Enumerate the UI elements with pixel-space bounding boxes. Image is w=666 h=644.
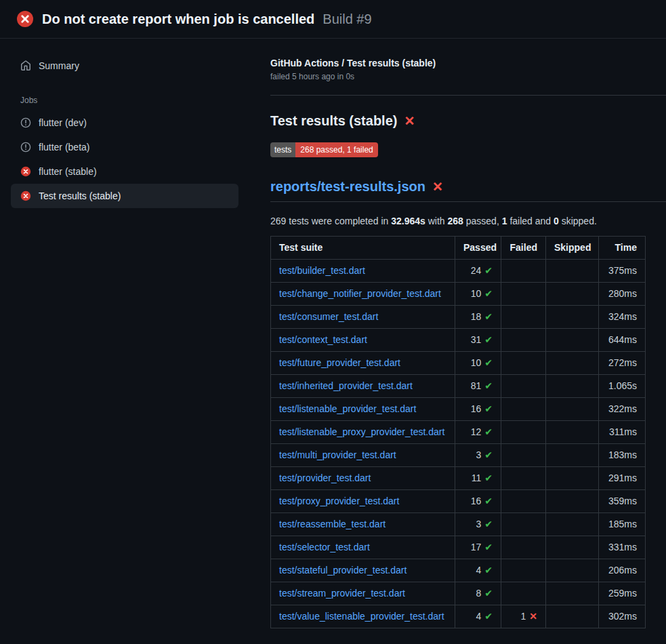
sidebar-item-label: Summary [39, 60, 79, 71]
sidebar-item-test-results-stable[interactable]: Test results (stable) [11, 184, 238, 208]
check-icon: ✔ [484, 496, 493, 506]
build-number: Build #9 [322, 12, 371, 27]
test-suite-cell: test/listenable_provider_test.dart [271, 398, 455, 421]
test-results-tbody: test/builder_test.dart24✔375mstest/chang… [271, 260, 646, 628]
skipped-cell [546, 467, 599, 490]
sidebar-item-flutter-stable[interactable]: flutter (stable) [11, 159, 238, 184]
cross-icon: ✕ [529, 611, 537, 622]
failed-cell [501, 283, 546, 306]
test-suite-link[interactable]: test/provider_test.dart [279, 472, 371, 483]
table-row: test/value_listenable_provider_test.dart… [271, 605, 646, 628]
time-cell: 359ms [599, 490, 646, 513]
check-icon: ✔ [484, 357, 493, 368]
failed-circle-icon [20, 166, 31, 177]
count-value: 1 [520, 611, 526, 622]
test-suite-link[interactable]: test/value_listenable_provider_test.dart [279, 611, 444, 622]
sidebar-item-label: flutter (beta) [39, 142, 89, 153]
test-suite-cell: test/consumer_test.dart [271, 306, 455, 329]
skipped-cell [546, 375, 599, 398]
test-suite-link[interactable]: test/listenable_proxy_provider_test.dart [279, 426, 444, 437]
time-cell: 302ms [599, 605, 646, 628]
failed-cell [501, 329, 546, 352]
table-row: test/stream_provider_test.dart8✔259ms [271, 582, 646, 605]
test-suite-link[interactable]: test/inherited_provider_test.dart [279, 380, 413, 391]
table-row: test/reassemble_test.dart3✔185ms [271, 513, 646, 536]
passed-cell: 11✔ [455, 467, 501, 490]
check-icon: ✔ [484, 380, 493, 391]
sidebar-item-label: Test results (stable) [39, 190, 121, 201]
test-suite-cell: test/provider_test.dart [271, 467, 455, 490]
table-row: test/listenable_proxy_provider_test.dart… [271, 421, 646, 444]
check-icon: ✔ [484, 472, 493, 483]
test-suite-cell: test/stateful_provider_test.dart [271, 559, 455, 582]
failed-cell [501, 260, 546, 283]
sidebar-item-label: flutter (stable) [39, 166, 97, 177]
count-value: 3 [476, 449, 481, 460]
failed-cell [501, 536, 546, 559]
test-suite-link[interactable]: test/stream_provider_test.dart [279, 588, 405, 599]
time-cell: 331ms [599, 536, 646, 559]
failed-x-icon: ✕ [404, 115, 415, 127]
table-row: test/stateful_provider_test.dart4✔206ms [271, 559, 646, 582]
count-value: 18 [471, 311, 482, 322]
test-suite-cell: test/builder_test.dart [271, 260, 455, 283]
test-suite-link[interactable]: test/reassemble_test.dart [279, 519, 386, 529]
check-icon: ✔ [484, 311, 493, 322]
check-icon: ✔ [484, 611, 493, 622]
skipped-cell [546, 260, 599, 283]
table-row: test/inherited_provider_test.dart81✔1.06… [271, 375, 646, 398]
test-suite-link[interactable]: test/proxy_provider_test.dart [279, 496, 399, 506]
passed-cell: 3✔ [455, 513, 501, 536]
col-header-time: Time [599, 237, 646, 260]
skipped-cell [546, 283, 599, 306]
count-value: 24 [471, 265, 482, 276]
jobs-section-label: Jobs [11, 78, 238, 110]
skipped-cell [546, 421, 599, 444]
test-suite-link[interactable]: test/context_test.dart [279, 334, 367, 345]
badge-label: tests [270, 142, 295, 157]
passed-cell: 3✔ [455, 444, 501, 467]
warning-circle-icon [20, 117, 31, 128]
time-cell: 644ms [599, 329, 646, 352]
test-suite-link[interactable]: test/listenable_provider_test.dart [279, 403, 416, 414]
sidebar-item-summary[interactable]: Summary [11, 54, 238, 78]
count-value: 81 [471, 380, 482, 391]
skipped-cell [546, 559, 599, 582]
passed-cell: 4✔ [455, 605, 501, 628]
divider [270, 95, 666, 96]
report-link[interactable]: reports/test-results.json [270, 179, 425, 195]
sidebar-item-flutter-dev[interactable]: flutter (dev) [11, 110, 238, 135]
count-value: 10 [471, 357, 482, 368]
test-suite-cell: test/stream_provider_test.dart [271, 582, 455, 605]
table-row: test/change_notifier_provider_test.dart1… [271, 283, 646, 306]
passed-cell: 18✔ [455, 306, 501, 329]
skipped-cell [546, 582, 599, 605]
test-suite-cell: test/multi_provider_test.dart [271, 444, 455, 467]
warning-circle-icon [20, 142, 31, 153]
table-row: test/context_test.dart31✔644ms [271, 329, 646, 352]
section-title: Test results (stable) ✕ [270, 113, 666, 129]
count-value: 17 [471, 542, 482, 552]
test-suite-link[interactable]: test/future_provider_test.dart [279, 357, 400, 368]
check-icon: ✔ [484, 403, 493, 414]
time-cell: 185ms [599, 513, 646, 536]
count-value: 16 [471, 403, 482, 414]
skipped-cell [546, 329, 599, 352]
table-row: test/selector_test.dart17✔331ms [271, 536, 646, 559]
test-suite-link[interactable]: test/selector_test.dart [279, 542, 370, 552]
test-suite-link[interactable]: test/consumer_test.dart [279, 311, 378, 322]
test-suite-link[interactable]: test/builder_test.dart [279, 265, 365, 276]
test-suite-link[interactable]: test/multi_provider_test.dart [279, 449, 396, 460]
failed-cell [501, 306, 546, 329]
test-suite-link[interactable]: test/stateful_provider_test.dart [279, 565, 407, 576]
check-icon: ✔ [484, 542, 493, 552]
sidebar-item-flutter-beta[interactable]: flutter (beta) [11, 135, 238, 159]
passed-cell: 16✔ [455, 398, 501, 421]
test-suite-cell: test/future_provider_test.dart [271, 352, 455, 375]
table-row: test/listenable_provider_test.dart16✔322… [271, 398, 646, 421]
time-cell: 183ms [599, 444, 646, 467]
passed-cell: 10✔ [455, 352, 501, 375]
test-suite-link[interactable]: test/change_notifier_provider_test.dart [279, 288, 441, 299]
skipped-cell [546, 536, 599, 559]
table-row: test/consumer_test.dart18✔324ms [271, 306, 646, 329]
